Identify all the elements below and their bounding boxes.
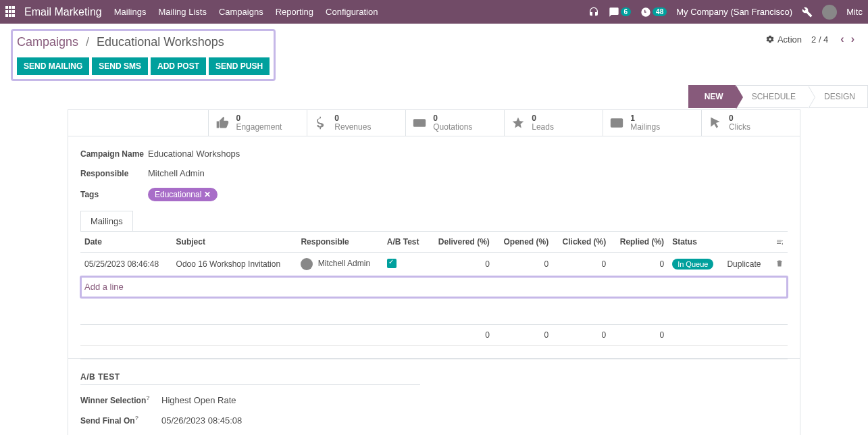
send-final-label: Send Final On? [80,415,161,426]
metric-engagement[interactable]: 0Engagement [209,110,307,136]
metric-quotations[interactable]: 0Quotations [406,110,505,136]
nav-reporting[interactable]: Reporting [276,7,313,17]
gear-icon [765,34,775,44]
cursor-icon [709,116,722,130]
cell-subject: Odoo 16 Workshop Invitation [172,253,297,276]
pipeline-new[interactable]: NEW [688,85,736,108]
apps-icon[interactable] [5,6,18,18]
th-status[interactable]: Status [668,232,723,253]
campaign-name-label: Campaign Name [80,149,148,159]
user-avatar-icon[interactable] [822,5,837,20]
tag-remove-icon[interactable]: ✕ [204,190,211,199]
thumbs-up-icon [215,116,229,130]
tab-mailings[interactable]: Mailings [80,211,133,231]
th-replied[interactable]: Replied (%) [610,232,668,253]
responsible-label: Responsible [80,169,148,178]
th-clicked[interactable]: Clicked (%) [553,232,610,253]
th-delivered[interactable]: Delivered (%) [428,232,494,253]
envelope-icon [610,116,623,130]
send-sms-button[interactable]: SEND SMS [92,57,148,75]
tag-educationnal[interactable]: Educationnal ✕ [148,188,218,201]
breadcrumb: Campaigns / Educational Workshops [17,35,270,49]
svg-point-1 [418,122,421,124]
metrics-row: 0Engagement 0Revenues 0Quotations 0Leads… [68,109,800,136]
star-icon [511,116,525,130]
winner-selection-value[interactable]: Highest Open Rate [161,395,236,405]
send-final-value[interactable]: 05/26/2023 08:45:08 [161,415,242,426]
breadcrumb-current: Educational Workshops [97,35,224,49]
send-push-button[interactable]: SEND PUSH [209,57,270,75]
top-navbar: Email Marketing Mailings Mailing Lists C… [0,0,868,24]
activities-badge: 48 [653,7,667,16]
app-brand[interactable]: Email Marketing [24,6,102,18]
metric-mailings[interactable]: 1Mailings [603,110,702,136]
cell-date: 05/25/2023 08:46:48 [80,253,172,276]
user-name-short[interactable]: Mitc [846,7,863,17]
status-pipeline: NEW SCHEDULE DESIGN [688,85,868,108]
pipeline-design[interactable]: DESIGN [808,85,868,108]
help-icon[interactable]: ? [135,415,139,421]
send-mailing-button[interactable]: SEND MAILING [17,57,89,75]
totals-row: 0 0 0 0 [80,325,788,346]
cell-action: Duplicate [723,253,769,276]
responsible-value[interactable]: Mitchell Admin [148,168,205,178]
nav-mailing-lists[interactable]: Mailing Lists [158,7,207,17]
add-line-row[interactable]: Add a line [80,276,788,298]
company-selector[interactable]: My Company (San Francisco) [676,7,792,17]
add-post-button[interactable]: ADD POST [151,57,206,75]
support-icon[interactable] [588,7,599,18]
th-opened[interactable]: Opened (%) [494,232,553,253]
metric-clicks[interactable]: 0Clicks [702,110,800,136]
ab-test-section: A/B TEST Winner Selection? Highest Open … [80,359,788,435]
metric-revenues[interactable]: 0Revenues [307,110,406,136]
nav-campaigns[interactable]: Campaigns [219,7,263,17]
help-icon[interactable]: ? [146,394,150,401]
campaign-name-value[interactable]: Educational Workshops [148,149,240,159]
metric-blank [68,110,209,136]
messages-badge: 6 [621,7,632,16]
record-pager: 2 / 4 [811,34,828,45]
add-line-link[interactable]: Add a line [84,282,124,292]
columns-options-icon[interactable] [775,238,784,246]
table-row[interactable]: 05/25/2023 08:46:48 Odoo 16 Workshop Inv… [80,253,788,276]
th-responsible[interactable]: Responsible [297,232,382,253]
money-icon [413,116,426,130]
pager-next[interactable]: › [848,32,857,47]
duplicate-button[interactable]: Duplicate [727,259,761,269]
activities-icon[interactable]: 48 [640,7,667,18]
cell-opened: 0 [494,253,553,276]
winner-selection-label: Winner Selection? [80,394,161,405]
header-area: Campaigns / Educational Workshops SEND M… [0,24,868,86]
th-abtest[interactable]: A/B Test [383,232,428,253]
cell-status: In Queue [668,253,723,276]
trash-icon[interactable] [775,259,784,267]
metric-leads[interactable]: 0Leads [505,110,603,136]
nav-configuration[interactable]: Configuration [326,7,378,17]
debug-icon[interactable] [802,7,813,18]
cell-delivered: 0 [428,253,494,276]
action-dropdown[interactable]: Action [765,34,802,45]
pipeline-schedule[interactable]: SCHEDULE [736,85,808,108]
breadcrumb-parent[interactable]: Campaigns [17,35,78,49]
messages-icon[interactable]: 6 [609,7,632,18]
check-icon [387,259,397,268]
tags-label: Tags [80,190,148,199]
nav-mailings[interactable]: Mailings [114,7,147,17]
mailings-table: Date Subject Responsible A/B Test Delive… [80,232,788,346]
cell-ab [383,253,428,276]
cell-clicked: 0 [553,253,610,276]
cell-responsible: Mitchell Admin [297,253,382,276]
avatar-icon [301,258,313,270]
pager-prev[interactable]: ‹ [838,32,846,47]
th-subject[interactable]: Subject [172,232,297,253]
ab-test-title: A/B TEST [80,372,420,385]
th-date[interactable]: Date [80,232,172,253]
dollar-icon [314,116,328,130]
cell-replied: 0 [610,253,668,276]
tags-value[interactable]: Educationnal ✕ [148,188,218,201]
